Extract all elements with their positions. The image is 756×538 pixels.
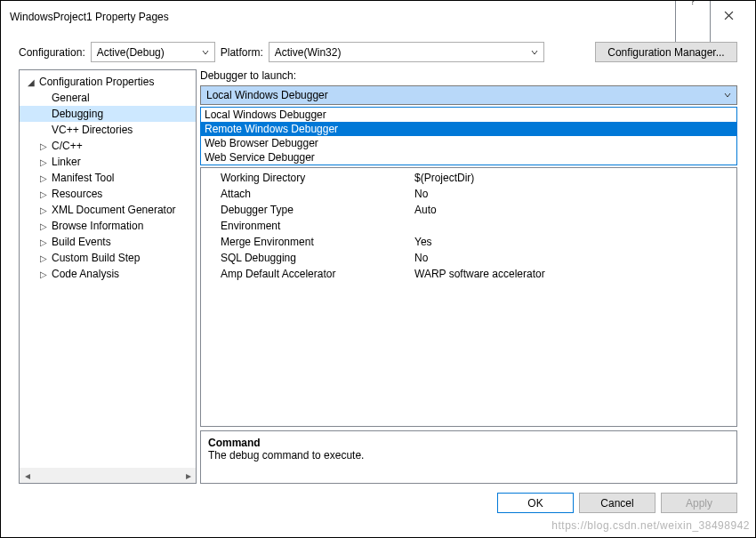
configuration-label: Configuration:: [19, 46, 85, 59]
property-row[interactable]: Environment: [201, 218, 736, 234]
collapse-icon: ◢: [25, 77, 37, 87]
property-row[interactable]: Working Directory$(ProjectDir): [201, 170, 736, 186]
property-name: Amp Default Accelerator: [201, 268, 414, 280]
titlebar: WindowsProject1 Property Pages ?: [1, 1, 755, 33]
property-row[interactable]: Amp Default AcceleratorWARP software acc…: [201, 266, 736, 282]
config-row: Configuration: Active(Debug) Platform: A…: [1, 33, 755, 69]
property-row[interactable]: AttachNo: [201, 186, 736, 202]
debugger-launch-value: Local Windows Debugger: [206, 89, 328, 101]
svg-text:?: ?: [689, 0, 695, 6]
property-name: Attach: [201, 188, 414, 200]
tree-item[interactable]: ▷Custom Build Step: [20, 250, 196, 266]
footer: OK Cancel Apply: [1, 484, 755, 513]
chevron-down-icon: [724, 89, 731, 101]
property-value[interactable]: Yes: [414, 236, 736, 248]
property-value[interactable]: No: [414, 188, 736, 200]
tree-item[interactable]: ▷Browse Information: [20, 218, 196, 234]
chevron-down-icon: [202, 46, 209, 59]
close-icon[interactable]: [711, 11, 746, 23]
expand-icon: ▷: [37, 189, 50, 199]
watermark: https://blog.csdn.net/weixin_38498942: [551, 519, 750, 532]
tree-item[interactable]: ▷Manifest Tool: [20, 170, 196, 186]
tree-item[interactable]: ▷Resources: [20, 186, 196, 202]
tree-item[interactable]: ▷Code Analysis: [20, 266, 196, 282]
expand-icon: ▷: [37, 141, 50, 151]
property-row[interactable]: Merge EnvironmentYes: [201, 234, 736, 250]
property-name: SQL Debugging: [201, 252, 414, 264]
tree-item[interactable]: ▷C/C++: [20, 138, 196, 154]
chevron-down-icon: [531, 46, 538, 59]
tree-item[interactable]: ▷XML Document Generator: [20, 202, 196, 218]
property-grid: Working Directory$(ProjectDir)AttachNoDe…: [200, 167, 737, 427]
right-pane: Debugger to launch: Local Windows Debugg…: [200, 69, 737, 484]
platform-select[interactable]: Active(Win32): [269, 42, 544, 62]
help-heading: Command: [208, 437, 729, 449]
debugger-launch-dropdown[interactable]: Local Windows DebuggerRemote Windows Deb…: [200, 107, 737, 165]
content: ◢Configuration Properties▷General▷Debugg…: [1, 69, 755, 484]
expand-icon: ▷: [37, 173, 50, 183]
help-text: The debug command to execute.: [208, 449, 729, 462]
expand-icon: ▷: [37, 237, 50, 247]
apply-button[interactable]: Apply: [661, 493, 737, 513]
tree-item[interactable]: ▷Linker: [20, 154, 196, 170]
help-icon[interactable]: ?: [675, 0, 711, 44]
expand-icon: ▷: [37, 157, 50, 167]
dropdown-option[interactable]: Web Browser Debugger: [201, 136, 736, 150]
tree-item[interactable]: ▷Build Events: [20, 234, 196, 250]
dropdown-option[interactable]: Remote Windows Debugger: [201, 122, 736, 136]
property-value[interactable]: WARP software accelerator: [414, 268, 736, 280]
tree-root[interactable]: ◢Configuration Properties: [20, 74, 196, 90]
configuration-value: Active(Debug): [97, 46, 165, 59]
property-grid-body[interactable]: Working Directory$(ProjectDir)AttachNoDe…: [201, 168, 736, 426]
help-panel: Command The debug command to execute.: [200, 430, 737, 484]
tree-item[interactable]: ▷VC++ Directories: [20, 122, 196, 138]
scroll-left-icon[interactable]: ◂: [20, 468, 35, 483]
property-name: Merge Environment: [201, 236, 414, 248]
tree-item[interactable]: ▷Debugging: [20, 106, 196, 122]
property-value[interactable]: $(ProjectDir): [414, 172, 736, 184]
tree[interactable]: ◢Configuration Properties▷General▷Debugg…: [20, 70, 196, 285]
tree-pane: ◢Configuration Properties▷General▷Debugg…: [19, 69, 197, 484]
property-name: Debugger Type: [201, 204, 414, 216]
property-value[interactable]: No: [414, 252, 736, 264]
property-name: Environment: [201, 220, 414, 232]
platform-label: Platform:: [221, 46, 263, 59]
debugger-launch-combo[interactable]: Local Windows Debugger: [200, 85, 737, 105]
property-row[interactable]: Debugger TypeAuto: [201, 202, 736, 218]
property-name: Working Directory: [201, 172, 414, 184]
expand-icon: ▷: [37, 221, 50, 231]
dropdown-option[interactable]: Web Service Debugger: [201, 150, 736, 165]
configuration-manager-button[interactable]: Configuration Manager...: [595, 42, 737, 62]
debugger-launch-label: Debugger to launch:: [200, 69, 737, 82]
ok-button[interactable]: OK: [497, 493, 574, 513]
expand-icon: ▷: [37, 269, 50, 279]
expand-icon: ▷: [37, 205, 50, 215]
dropdown-option[interactable]: Local Windows Debugger: [201, 108, 736, 122]
property-row[interactable]: SQL DebuggingNo: [201, 250, 736, 266]
scroll-right-icon[interactable]: ▸: [181, 468, 196, 483]
expand-icon: ▷: [37, 253, 50, 263]
platform-value: Active(Win32): [275, 46, 342, 59]
horizontal-scrollbar[interactable]: ◂ ▸: [20, 468, 196, 483]
cancel-button[interactable]: Cancel: [579, 493, 655, 513]
configuration-select[interactable]: Active(Debug): [91, 42, 215, 62]
window-title: WindowsProject1 Property Pages: [10, 11, 675, 23]
property-value[interactable]: Auto: [414, 204, 736, 216]
tree-item[interactable]: ▷General: [20, 90, 196, 106]
